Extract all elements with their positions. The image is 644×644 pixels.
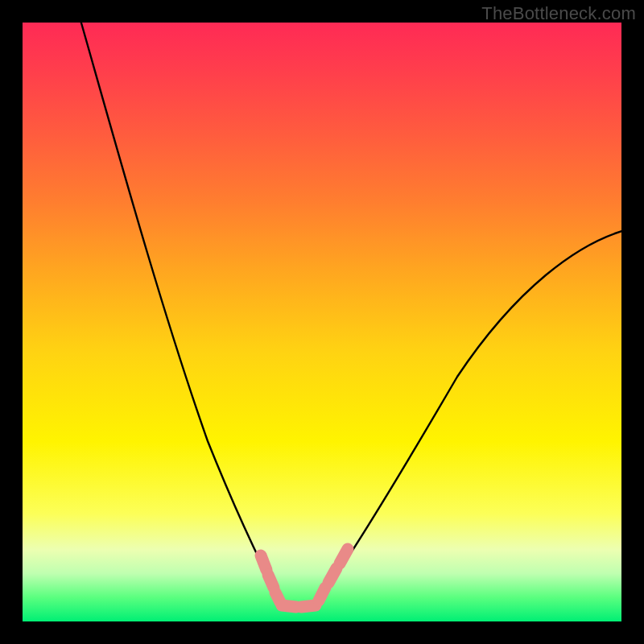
svg-line-5 xyxy=(319,588,325,601)
right-curve xyxy=(319,228,634,601)
chart-frame: TheBottleneck.com xyxy=(0,0,644,644)
svg-line-3 xyxy=(282,605,296,607)
svg-line-1 xyxy=(268,575,274,588)
svg-line-6 xyxy=(328,568,336,583)
svg-line-4 xyxy=(301,605,316,607)
svg-line-0 xyxy=(261,555,266,570)
svg-line-7 xyxy=(340,549,348,564)
valley-markers xyxy=(261,549,348,607)
watermark-label: TheBottleneck.com xyxy=(481,3,636,24)
curves-svg xyxy=(23,23,621,621)
plot-area xyxy=(23,23,621,621)
left-curve xyxy=(79,14,280,601)
